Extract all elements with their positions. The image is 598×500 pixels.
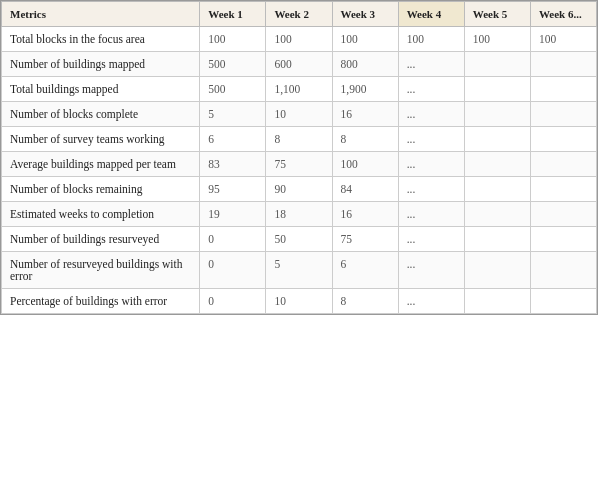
metric-value bbox=[530, 227, 596, 252]
table-row: Number of blocks complete51016... bbox=[2, 102, 597, 127]
metric-value: ... bbox=[398, 127, 464, 152]
metric-value bbox=[530, 252, 596, 289]
metric-value bbox=[464, 202, 530, 227]
metric-value bbox=[530, 152, 596, 177]
metric-value: ... bbox=[398, 77, 464, 102]
metric-value bbox=[464, 77, 530, 102]
metric-value bbox=[464, 127, 530, 152]
metric-value: 75 bbox=[266, 152, 332, 177]
metric-label: Total buildings mapped bbox=[2, 77, 200, 102]
metric-value: 95 bbox=[200, 177, 266, 202]
table-row: Average buildings mapped per team8375100… bbox=[2, 152, 597, 177]
metric-label: Number of blocks remaining bbox=[2, 177, 200, 202]
header-week6: Week 6... bbox=[530, 2, 596, 27]
table-header-row: Metrics Week 1 Week 2 Week 3 Week 4 Week… bbox=[2, 2, 597, 27]
table-row: Number of buildings resurveyed05075... bbox=[2, 227, 597, 252]
table-row: Number of blocks remaining959084... bbox=[2, 177, 597, 202]
metric-value: 16 bbox=[332, 202, 398, 227]
metric-value: 6 bbox=[332, 252, 398, 289]
metric-value: 1,900 bbox=[332, 77, 398, 102]
metric-value: ... bbox=[398, 52, 464, 77]
metrics-table-container: Metrics Week 1 Week 2 Week 3 Week 4 Week… bbox=[0, 0, 598, 315]
metric-label: Number of survey teams working bbox=[2, 127, 200, 152]
metric-value: 75 bbox=[332, 227, 398, 252]
metric-value: 10 bbox=[266, 102, 332, 127]
metric-value: 800 bbox=[332, 52, 398, 77]
metric-value: ... bbox=[398, 102, 464, 127]
metric-value: 500 bbox=[200, 52, 266, 77]
metric-value bbox=[464, 177, 530, 202]
metric-value bbox=[530, 177, 596, 202]
metric-value: 8 bbox=[332, 127, 398, 152]
metric-value: 0 bbox=[200, 252, 266, 289]
metric-value: 600 bbox=[266, 52, 332, 77]
metric-value: 100 bbox=[530, 27, 596, 52]
metric-value: 500 bbox=[200, 77, 266, 102]
header-week1: Week 1 bbox=[200, 2, 266, 27]
table-row: Estimated weeks to completion191816... bbox=[2, 202, 597, 227]
metric-label: Number of buildings mapped bbox=[2, 52, 200, 77]
table-row: Number of resurveyed buildings with erro… bbox=[2, 252, 597, 289]
table-row: Total buildings mapped5001,1001,900... bbox=[2, 77, 597, 102]
metric-value: 100 bbox=[266, 27, 332, 52]
header-week5: Week 5 bbox=[464, 2, 530, 27]
metric-value bbox=[464, 152, 530, 177]
metric-value: 6 bbox=[200, 127, 266, 152]
header-metrics: Metrics bbox=[2, 2, 200, 27]
metric-value: 10 bbox=[266, 289, 332, 314]
metric-value bbox=[464, 252, 530, 289]
metric-label: Average buildings mapped per team bbox=[2, 152, 200, 177]
metric-value bbox=[530, 52, 596, 77]
metric-value: 90 bbox=[266, 177, 332, 202]
metric-value bbox=[464, 227, 530, 252]
header-week4: Week 4 bbox=[398, 2, 464, 27]
header-week3: Week 3 bbox=[332, 2, 398, 27]
metric-value: 1,100 bbox=[266, 77, 332, 102]
metric-value: 100 bbox=[332, 152, 398, 177]
metric-value bbox=[530, 102, 596, 127]
metric-value: 100 bbox=[332, 27, 398, 52]
metric-value bbox=[530, 289, 596, 314]
table-row: Number of survey teams working688... bbox=[2, 127, 597, 152]
table-row: Total blocks in the focus area1001001001… bbox=[2, 27, 597, 52]
metric-label: Estimated weeks to completion bbox=[2, 202, 200, 227]
table-row: Number of buildings mapped500600800... bbox=[2, 52, 597, 77]
metric-value: 18 bbox=[266, 202, 332, 227]
metric-value: 0 bbox=[200, 227, 266, 252]
metric-label: Number of blocks complete bbox=[2, 102, 200, 127]
metric-value: 83 bbox=[200, 152, 266, 177]
metric-value: 5 bbox=[266, 252, 332, 289]
metric-value bbox=[464, 289, 530, 314]
metric-value: ... bbox=[398, 202, 464, 227]
metric-value: 100 bbox=[464, 27, 530, 52]
metric-value bbox=[464, 52, 530, 77]
metric-value: 50 bbox=[266, 227, 332, 252]
metric-value bbox=[530, 77, 596, 102]
metric-value bbox=[530, 202, 596, 227]
metric-value: ... bbox=[398, 177, 464, 202]
header-week2: Week 2 bbox=[266, 2, 332, 27]
metric-label: Number of buildings resurveyed bbox=[2, 227, 200, 252]
metric-value: ... bbox=[398, 289, 464, 314]
metric-value: 84 bbox=[332, 177, 398, 202]
metric-value: 0 bbox=[200, 289, 266, 314]
metric-value: ... bbox=[398, 252, 464, 289]
metric-value: 8 bbox=[266, 127, 332, 152]
metric-value: 100 bbox=[200, 27, 266, 52]
metrics-table: Metrics Week 1 Week 2 Week 3 Week 4 Week… bbox=[1, 1, 597, 314]
table-row: Percentage of buildings with error0108..… bbox=[2, 289, 597, 314]
metric-value: 8 bbox=[332, 289, 398, 314]
metric-label: Number of resurveyed buildings with erro… bbox=[2, 252, 200, 289]
metric-label: Total blocks in the focus area bbox=[2, 27, 200, 52]
metric-value: 19 bbox=[200, 202, 266, 227]
metric-value bbox=[530, 127, 596, 152]
metric-value: ... bbox=[398, 227, 464, 252]
metric-value bbox=[464, 102, 530, 127]
metric-value: 5 bbox=[200, 102, 266, 127]
metric-value: 100 bbox=[398, 27, 464, 52]
metric-value: ... bbox=[398, 152, 464, 177]
metric-value: 16 bbox=[332, 102, 398, 127]
metric-label: Percentage of buildings with error bbox=[2, 289, 200, 314]
